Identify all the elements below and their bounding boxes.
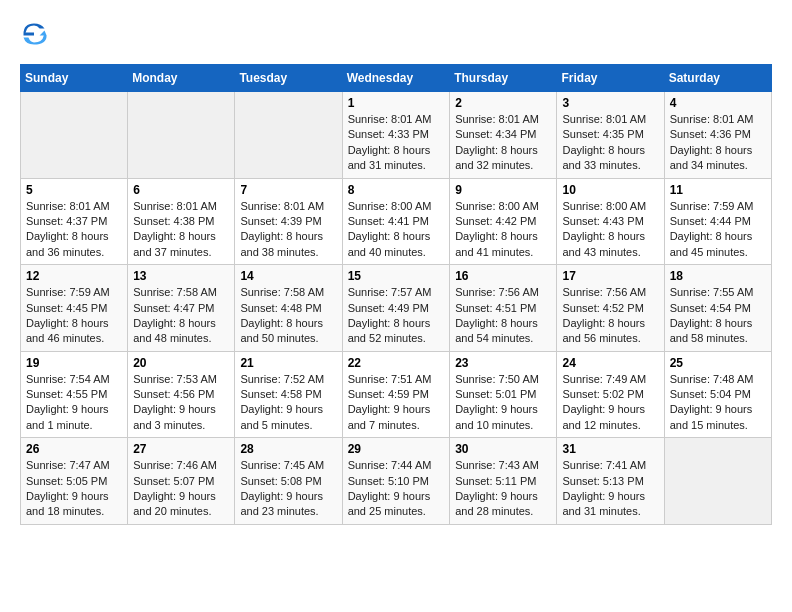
calendar-cell: 13Sunrise: 7:58 AM Sunset: 4:47 PM Dayli… [128,265,235,352]
day-info: Sunrise: 8:01 AM Sunset: 4:39 PM Dayligh… [240,199,336,261]
day-info: Sunrise: 8:01 AM Sunset: 4:35 PM Dayligh… [562,112,658,174]
day-info: Sunrise: 7:49 AM Sunset: 5:02 PM Dayligh… [562,372,658,434]
day-info: Sunrise: 8:01 AM Sunset: 4:38 PM Dayligh… [133,199,229,261]
day-info: Sunrise: 8:01 AM Sunset: 4:33 PM Dayligh… [348,112,445,174]
calendar-cell: 7Sunrise: 8:01 AM Sunset: 4:39 PM Daylig… [235,178,342,265]
calendar-cell: 3Sunrise: 8:01 AM Sunset: 4:35 PM Daylig… [557,92,664,179]
calendar-cell: 14Sunrise: 7:58 AM Sunset: 4:48 PM Dayli… [235,265,342,352]
day-info: Sunrise: 7:51 AM Sunset: 4:59 PM Dayligh… [348,372,445,434]
calendar-week-row: 12Sunrise: 7:59 AM Sunset: 4:45 PM Dayli… [21,265,772,352]
calendar-cell [664,438,771,525]
day-number: 29 [348,442,445,456]
calendar-cell [128,92,235,179]
day-number: 25 [670,356,766,370]
day-info: Sunrise: 7:59 AM Sunset: 4:44 PM Dayligh… [670,199,766,261]
day-number: 6 [133,183,229,197]
logo-icon [20,20,48,48]
day-number: 13 [133,269,229,283]
calendar-cell: 21Sunrise: 7:52 AM Sunset: 4:58 PM Dayli… [235,351,342,438]
day-number: 24 [562,356,658,370]
day-info: Sunrise: 8:00 AM Sunset: 4:43 PM Dayligh… [562,199,658,261]
day-info: Sunrise: 7:59 AM Sunset: 4:45 PM Dayligh… [26,285,122,347]
day-info: Sunrise: 7:53 AM Sunset: 4:56 PM Dayligh… [133,372,229,434]
day-info: Sunrise: 7:58 AM Sunset: 4:48 PM Dayligh… [240,285,336,347]
calendar-cell: 20Sunrise: 7:53 AM Sunset: 4:56 PM Dayli… [128,351,235,438]
day-number: 22 [348,356,445,370]
day-number: 26 [26,442,122,456]
day-number: 1 [348,96,445,110]
calendar-cell: 16Sunrise: 7:56 AM Sunset: 4:51 PM Dayli… [450,265,557,352]
calendar-cell: 8Sunrise: 8:00 AM Sunset: 4:41 PM Daylig… [342,178,450,265]
day-number: 17 [562,269,658,283]
calendar-week-row: 1Sunrise: 8:01 AM Sunset: 4:33 PM Daylig… [21,92,772,179]
day-number: 16 [455,269,551,283]
day-info: Sunrise: 7:57 AM Sunset: 4:49 PM Dayligh… [348,285,445,347]
calendar-cell: 19Sunrise: 7:54 AM Sunset: 4:55 PM Dayli… [21,351,128,438]
day-info: Sunrise: 7:55 AM Sunset: 4:54 PM Dayligh… [670,285,766,347]
weekday-header: Friday [557,65,664,92]
weekday-header: Tuesday [235,65,342,92]
calendar-header-row: SundayMondayTuesdayWednesdayThursdayFrid… [21,65,772,92]
calendar-cell: 18Sunrise: 7:55 AM Sunset: 4:54 PM Dayli… [664,265,771,352]
calendar-cell: 6Sunrise: 8:01 AM Sunset: 4:38 PM Daylig… [128,178,235,265]
calendar-cell: 29Sunrise: 7:44 AM Sunset: 5:10 PM Dayli… [342,438,450,525]
day-info: Sunrise: 7:43 AM Sunset: 5:11 PM Dayligh… [455,458,551,520]
day-number: 14 [240,269,336,283]
day-number: 7 [240,183,336,197]
day-number: 30 [455,442,551,456]
calendar-table: SundayMondayTuesdayWednesdayThursdayFrid… [20,64,772,525]
day-info: Sunrise: 7:48 AM Sunset: 5:04 PM Dayligh… [670,372,766,434]
day-info: Sunrise: 7:56 AM Sunset: 4:52 PM Dayligh… [562,285,658,347]
day-number: 3 [562,96,658,110]
calendar-cell: 25Sunrise: 7:48 AM Sunset: 5:04 PM Dayli… [664,351,771,438]
day-number: 18 [670,269,766,283]
calendar-cell: 28Sunrise: 7:45 AM Sunset: 5:08 PM Dayli… [235,438,342,525]
day-info: Sunrise: 8:01 AM Sunset: 4:34 PM Dayligh… [455,112,551,174]
day-number: 9 [455,183,551,197]
calendar-cell: 26Sunrise: 7:47 AM Sunset: 5:05 PM Dayli… [21,438,128,525]
day-number: 20 [133,356,229,370]
day-number: 21 [240,356,336,370]
calendar-cell: 11Sunrise: 7:59 AM Sunset: 4:44 PM Dayli… [664,178,771,265]
calendar-cell: 4Sunrise: 8:01 AM Sunset: 4:36 PM Daylig… [664,92,771,179]
day-number: 10 [562,183,658,197]
day-info: Sunrise: 7:58 AM Sunset: 4:47 PM Dayligh… [133,285,229,347]
calendar-cell: 30Sunrise: 7:43 AM Sunset: 5:11 PM Dayli… [450,438,557,525]
day-number: 5 [26,183,122,197]
calendar-cell: 22Sunrise: 7:51 AM Sunset: 4:59 PM Dayli… [342,351,450,438]
day-number: 23 [455,356,551,370]
day-info: Sunrise: 7:44 AM Sunset: 5:10 PM Dayligh… [348,458,445,520]
calendar-cell: 17Sunrise: 7:56 AM Sunset: 4:52 PM Dayli… [557,265,664,352]
day-number: 8 [348,183,445,197]
calendar-cell: 23Sunrise: 7:50 AM Sunset: 5:01 PM Dayli… [450,351,557,438]
day-info: Sunrise: 7:52 AM Sunset: 4:58 PM Dayligh… [240,372,336,434]
day-info: Sunrise: 7:45 AM Sunset: 5:08 PM Dayligh… [240,458,336,520]
calendar-cell: 15Sunrise: 7:57 AM Sunset: 4:49 PM Dayli… [342,265,450,352]
calendar-cell: 1Sunrise: 8:01 AM Sunset: 4:33 PM Daylig… [342,92,450,179]
calendar-cell: 12Sunrise: 7:59 AM Sunset: 4:45 PM Dayli… [21,265,128,352]
day-info: Sunrise: 8:00 AM Sunset: 4:42 PM Dayligh… [455,199,551,261]
weekday-header: Wednesday [342,65,450,92]
logo [20,20,50,48]
calendar-cell: 31Sunrise: 7:41 AM Sunset: 5:13 PM Dayli… [557,438,664,525]
day-info: Sunrise: 8:01 AM Sunset: 4:37 PM Dayligh… [26,199,122,261]
weekday-header: Monday [128,65,235,92]
calendar-cell [21,92,128,179]
weekday-header: Saturday [664,65,771,92]
day-number: 15 [348,269,445,283]
day-number: 12 [26,269,122,283]
weekday-header: Thursday [450,65,557,92]
day-info: Sunrise: 7:54 AM Sunset: 4:55 PM Dayligh… [26,372,122,434]
day-info: Sunrise: 8:01 AM Sunset: 4:36 PM Dayligh… [670,112,766,174]
page-header [20,20,772,48]
calendar-cell [235,92,342,179]
calendar-cell: 24Sunrise: 7:49 AM Sunset: 5:02 PM Dayli… [557,351,664,438]
weekday-header: Sunday [21,65,128,92]
day-info: Sunrise: 7:41 AM Sunset: 5:13 PM Dayligh… [562,458,658,520]
calendar-cell: 9Sunrise: 8:00 AM Sunset: 4:42 PM Daylig… [450,178,557,265]
day-number: 28 [240,442,336,456]
calendar-cell: 5Sunrise: 8:01 AM Sunset: 4:37 PM Daylig… [21,178,128,265]
day-info: Sunrise: 7:47 AM Sunset: 5:05 PM Dayligh… [26,458,122,520]
day-number: 2 [455,96,551,110]
day-info: Sunrise: 7:50 AM Sunset: 5:01 PM Dayligh… [455,372,551,434]
